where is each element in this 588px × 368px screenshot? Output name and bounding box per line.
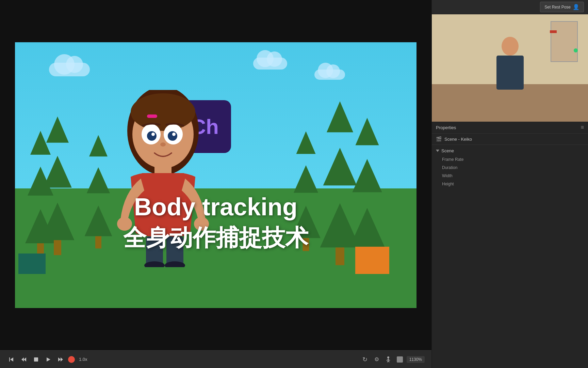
skip-to-start-button[interactable] [7,355,16,364]
play-button[interactable] [44,355,53,364]
video-text-overlay: Body tracking 全身动作捕捉技术 [123,193,308,254]
width-row: Width [432,172,588,180]
webcam-person [496,37,524,90]
overlay-text-english: Body tracking [123,193,308,221]
body-tracking-icon [385,356,392,363]
person-body [496,56,524,90]
tree-5 [320,135,360,265]
tracking-dot [574,48,578,52]
set-rest-pose-button[interactable]: Set Rest Pose 👤 [540,2,584,12]
svg-point-6 [147,131,157,141]
frame-rate-label: Frame Rate [442,157,469,162]
stop-button[interactable] [31,355,41,364]
duration-row: Duration [432,164,588,172]
step-back-icon [21,357,27,362]
video-frame: Ch Ch [15,42,416,308]
speed-label: 1.0x [79,357,87,362]
svg-marker-24 [47,357,50,362]
svg-line-32 [388,361,389,362]
stop-icon [33,357,39,362]
settings-button[interactable]: ⚙ [372,355,381,364]
tree-3 [85,158,112,249]
properties-panel: Properties ≡ 🎬 Scene - Keiko Scene Frame… [432,122,588,368]
height-row: Height [432,180,588,188]
svg-marker-26 [61,357,63,362]
cloud-3 [314,70,345,80]
top-bar: Set Rest Pose 👤 [432,0,588,14]
svg-marker-25 [58,357,61,362]
body-tracking-button[interactable] [383,355,393,364]
svg-point-27 [387,356,389,358]
properties-title: Properties [436,125,456,130]
webcam-area [432,14,588,122]
cloud-2 [253,58,287,70]
scene-film-icon: 🎬 [436,136,442,142]
set-rest-pose-label: Set Rest Pose [544,5,571,10]
resolution-button[interactable]: 1130% [407,356,425,363]
orange-platform [355,247,389,274]
scene-section-label: Scene [441,148,454,153]
webcam-poster [551,21,578,62]
svg-marker-22 [24,357,26,362]
record-button[interactable] [68,356,75,363]
svg-rect-3 [147,114,157,118]
right-panel: Set Rest Pose 👤 Properties ≡ [431,0,588,368]
frame-rate-row: Frame Rate [432,155,588,164]
svg-point-8 [151,133,155,136]
svg-point-10 [160,142,166,147]
teal-platform [18,254,46,274]
properties-menu-icon[interactable]: ≡ [581,124,584,131]
cloud-1 [49,63,90,76]
svg-point-2 [131,93,195,131]
properties-header: Properties ≡ [432,122,588,134]
step-forward-icon [58,357,63,362]
step-back-button[interactable] [19,355,29,364]
loop-button[interactable]: ↻ [360,355,370,364]
poster-decoration [550,30,557,33]
scene-section: Scene Frame Rate Duration Width Height [432,145,588,189]
window-icon [397,356,403,363]
webcam-floor [432,84,588,122]
section-chevron-icon [436,150,439,152]
play-icon [46,357,51,362]
playback-controls: 1.0x ↻ ⚙ [0,350,431,368]
step-forward-button[interactable] [56,355,65,364]
overlay-text-chinese: 全身动作捕捉技术 [123,223,308,254]
svg-marker-20 [10,357,13,362]
scene-title: Scene - Keiko [444,137,472,142]
webcam-room [432,14,588,122]
main-area: Ch Ch [0,0,431,368]
right-controls-group: ↻ ⚙ 1130% [360,355,425,364]
svg-rect-19 [9,357,10,362]
scene-header: 🎬 Scene - Keiko [432,134,588,145]
window-toggle-button[interactable] [395,355,405,364]
width-label: Width [442,173,469,178]
skip-to-start-icon [9,357,14,362]
svg-point-9 [172,133,176,136]
video-outer: Ch Ch [0,0,431,350]
tree-2 [41,144,75,255]
duration-label: Duration [442,165,469,170]
scene-section-toggle[interactable]: Scene [432,146,588,155]
svg-rect-23 [34,357,38,362]
person-head [502,37,519,56]
person-icon: 👤 [573,4,579,10]
svg-point-7 [168,131,177,141]
svg-marker-21 [21,357,24,362]
height-label: Height [442,182,469,186]
